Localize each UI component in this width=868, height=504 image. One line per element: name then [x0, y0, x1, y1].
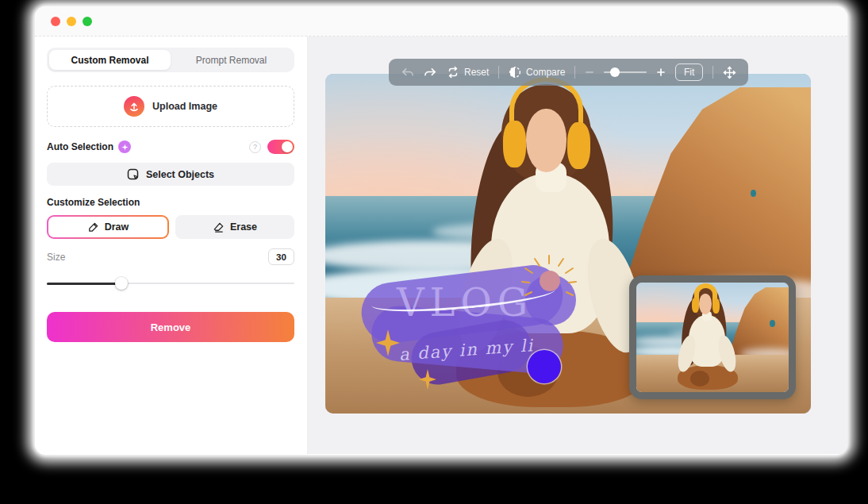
fit-button[interactable]: Fit	[675, 63, 703, 81]
tab-prompt-removal[interactable]: Prompt Removal	[171, 50, 292, 70]
upload-image-dropzone[interactable]: Upload Image	[47, 86, 294, 127]
zoom-in-button[interactable]	[656, 67, 666, 77]
reset-button[interactable]: Reset	[447, 66, 489, 79]
upload-label: Upload Image	[152, 101, 217, 112]
size-value-input[interactable]: 30	[268, 248, 294, 265]
compare-label: Compare	[526, 67, 565, 78]
draw-tool-button[interactable]: Draw	[47, 215, 169, 239]
redo-button[interactable]	[424, 67, 437, 79]
erase-label: Erase	[230, 221, 257, 233]
brush-cursor	[528, 350, 561, 383]
eraser-icon	[213, 221, 225, 233]
zoom-slider-handle[interactable]	[610, 67, 620, 77]
move-icon	[723, 66, 736, 79]
titlebar	[35, 6, 847, 37]
redo-icon	[424, 67, 437, 79]
slider-handle[interactable]	[115, 277, 128, 290]
select-objects-button[interactable]: Select Objects	[47, 163, 294, 186]
tab-label: Custom Removal	[71, 55, 148, 66]
upload-icon	[124, 96, 144, 117]
brush-icon	[87, 221, 99, 233]
auto-selection-toggle[interactable]	[267, 140, 294, 154]
plus-icon	[656, 67, 666, 77]
undo-icon	[401, 67, 414, 79]
pan-button[interactable]	[723, 66, 736, 79]
canvas-toolbar: Reset Compare Fit	[389, 59, 748, 86]
help-icon[interactable]: ?	[249, 141, 261, 153]
tab-custom-removal[interactable]: Custom Removal	[49, 50, 171, 70]
photo-scene	[636, 283, 789, 392]
editor-content: VLOG a day in my li	[308, 37, 847, 454]
zoom-slider[interactable]	[604, 67, 647, 78]
remove-button[interactable]: Remove	[47, 312, 294, 342]
reset-label: Reset	[464, 67, 489, 78]
select-objects-icon	[127, 168, 140, 181]
sidebar: Custom Removal Prompt Removal Upload Ima…	[35, 37, 308, 454]
zoom-button[interactable]	[83, 17, 92, 26]
minus-icon	[585, 67, 594, 77]
reset-icon	[447, 66, 459, 79]
app-window: Custom Removal Prompt Removal Upload Ima…	[35, 6, 847, 455]
removal-mode-tabs: Custom Removal Prompt Removal	[47, 48, 294, 72]
toggle-knob	[282, 141, 293, 152]
fit-label: Fit	[684, 67, 694, 78]
preview-thumbnail[interactable]	[629, 275, 796, 399]
size-slider[interactable]	[47, 277, 294, 290]
minimize-button[interactable]	[67, 17, 76, 26]
remove-label: Remove	[151, 321, 191, 333]
select-objects-label: Select Objects	[146, 169, 214, 180]
zoom-out-button[interactable]	[585, 67, 594, 77]
undo-button[interactable]	[401, 67, 414, 79]
ai-sparkle-icon	[118, 140, 131, 153]
customize-selection-label: Customize Selection	[47, 197, 294, 208]
woman-figure	[678, 285, 742, 392]
draw-label: Draw	[105, 221, 129, 233]
paint-dot	[770, 320, 775, 327]
tab-label: Prompt Removal	[196, 55, 267, 66]
compare-button[interactable]: Compare	[509, 66, 565, 79]
close-button[interactable]	[51, 17, 60, 26]
auto-selection-label: Auto Selection	[47, 141, 113, 152]
slider-fill	[47, 283, 121, 285]
erase-tool-button[interactable]: Erase	[175, 215, 294, 239]
compare-icon	[509, 66, 521, 79]
photo-canvas[interactable]: VLOG a day in my li	[325, 74, 811, 414]
size-label: Size	[47, 252, 65, 263]
